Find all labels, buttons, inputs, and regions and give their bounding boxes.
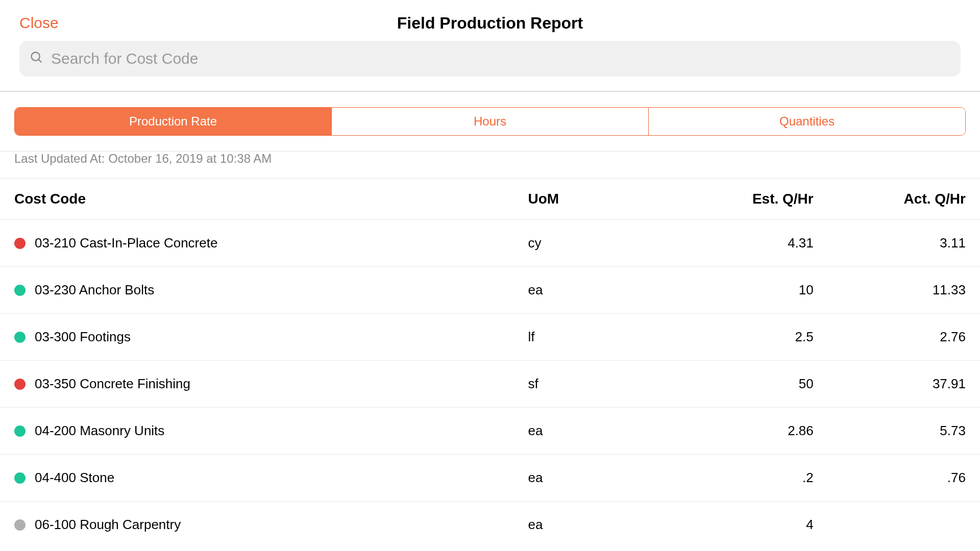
svg-line-1: [39, 60, 42, 63]
uom-value: lf: [528, 329, 662, 345]
cost-code-label: 03-350 Concrete Finishing: [35, 376, 190, 392]
act-value: 37.91: [814, 376, 966, 392]
tab-production-rate[interactable]: Production Rate: [15, 108, 332, 135]
act-value: .76: [814, 470, 966, 486]
status-dot-icon: [14, 238, 26, 249]
column-header-uom: UoM: [528, 191, 662, 207]
search-box[interactable]: [19, 41, 961, 77]
status-dot-icon: [14, 379, 26, 390]
page-title: Field Production Report: [397, 14, 583, 33]
est-value: .2: [662, 470, 814, 486]
divider: [0, 91, 980, 92]
act-value: 5.73: [814, 423, 966, 439]
status-dot-icon: [14, 472, 26, 484]
uom-value: ea: [528, 517, 662, 533]
uom-value: ea: [528, 423, 662, 439]
last-updated-label: Last Updated At: October 16, 2019 at 10:…: [0, 152, 980, 178]
cost-code-label: 03-210 Cast-In-Place Concrete: [35, 235, 217, 251]
uom-value: cy: [528, 235, 662, 251]
uom-value: ea: [528, 470, 662, 486]
cost-code-label: 03-230 Anchor Bolts: [35, 282, 154, 298]
cost-code-label: 06-100 Rough Carpentry: [35, 517, 181, 533]
search-wrap: [0, 41, 980, 91]
act-value: 2.76: [814, 329, 966, 345]
status-dot-icon: [14, 519, 26, 531]
est-value: 50: [662, 376, 814, 392]
search-input[interactable]: [51, 50, 950, 67]
close-button[interactable]: Close: [19, 14, 59, 32]
uom-value: ea: [528, 282, 662, 298]
header-bar: Close Field Production Report: [0, 0, 980, 41]
table-row[interactable]: 04-400 Stoneea.2.76: [0, 454, 980, 501]
table-row[interactable]: 06-100 Rough Carpentryea4: [0, 501, 980, 546]
table-row[interactable]: 03-210 Cast-In-Place Concretecy4.313.11: [0, 219, 980, 266]
tab-hours[interactable]: Hours: [332, 108, 649, 135]
act-value: 3.11: [814, 235, 966, 251]
status-dot-icon: [14, 425, 26, 437]
table-row[interactable]: 03-350 Concrete Finishingsf5037.91: [0, 360, 980, 407]
cost-code-label: 04-400 Stone: [35, 470, 114, 486]
status-dot-icon: [14, 332, 26, 343]
est-value: 2.86: [662, 423, 814, 439]
est-value: 4: [662, 517, 814, 533]
svg-point-0: [32, 53, 40, 61]
table-row[interactable]: 03-230 Anchor Boltsea1011.33: [0, 266, 980, 313]
column-header-act: Act. Q/Hr: [814, 191, 966, 207]
table-header: Cost Code UoM Est. Q/Hr Act. Q/Hr: [0, 179, 980, 219]
segmented-control: Production RateHoursQuantities: [14, 107, 966, 136]
table-row[interactable]: 04-200 Masonry Unitsea2.865.73: [0, 407, 980, 454]
uom-value: sf: [528, 376, 662, 392]
cost-code-label: 04-200 Masonry Units: [35, 423, 164, 439]
tab-quantities[interactable]: Quantities: [649, 108, 965, 135]
act-value: 11.33: [814, 282, 966, 298]
est-value: 10: [662, 282, 814, 298]
table-row[interactable]: 03-300 Footingslf2.52.76: [0, 313, 980, 360]
cost-code-label: 03-300 Footings: [35, 329, 131, 345]
est-value: 4.31: [662, 235, 814, 251]
search-icon: [30, 51, 44, 67]
column-header-est: Est. Q/Hr: [662, 191, 814, 207]
rows-container[interactable]: 03-210 Cast-In-Place Concretecy4.313.110…: [0, 219, 980, 546]
est-value: 2.5: [662, 329, 814, 345]
column-header-code: Cost Code: [14, 191, 528, 207]
status-dot-icon: [14, 285, 26, 296]
